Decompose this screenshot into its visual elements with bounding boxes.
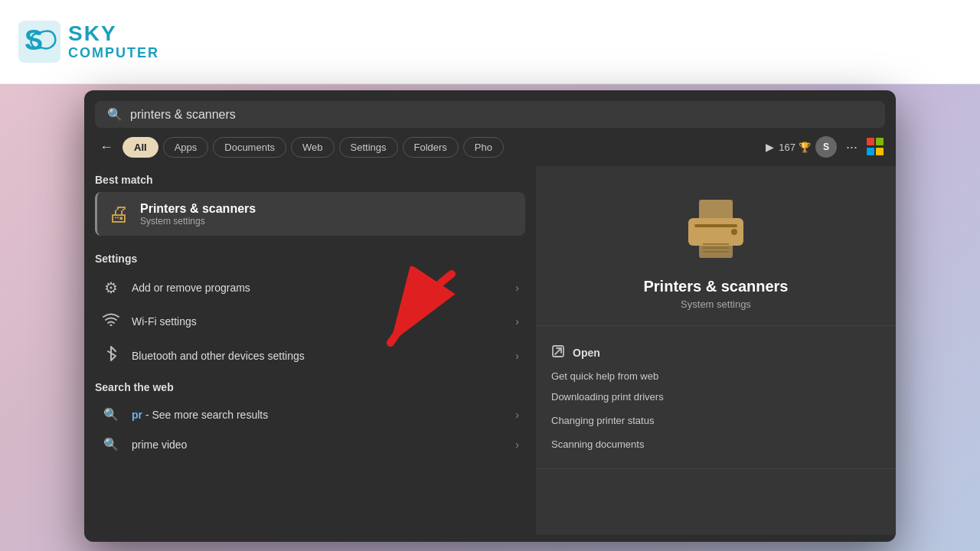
filter-tabs: ← All Apps Documents Web Settings Folder…	[84, 128, 896, 166]
best-match-title: Printers & scanners	[140, 202, 256, 216]
back-button[interactable]: ←	[95, 135, 118, 158]
tab-settings[interactable]: Settings	[339, 137, 398, 158]
tab-apps[interactable]: Apps	[163, 137, 209, 158]
svg-rect-5	[694, 224, 737, 227]
link-download-drivers[interactable]: Downloading print drivers	[551, 385, 880, 409]
search-bar[interactable]: 🔍 printers & scanners	[95, 101, 885, 128]
wifi-icon	[101, 312, 121, 330]
right-actions: Open Get quick help from web Downloading…	[536, 326, 896, 469]
svg-point-7	[731, 229, 737, 235]
link-scanning-documents[interactable]: Scanning documents	[551, 432, 880, 456]
trophy-icon: 🏆	[799, 142, 811, 153]
search-web-item-pr[interactable]: 🔍 pr - See more search results ›	[95, 399, 525, 429]
right-subtitle: System settings	[681, 298, 751, 310]
search-web-text-2: prime video	[132, 439, 505, 451]
top-bar: S SKY COMPUTER	[0, 0, 980, 84]
settings-item-add-remove[interactable]: ⚙ Add or remove programs ›	[95, 271, 525, 305]
user-avatar[interactable]: S	[815, 136, 837, 158]
tab-documents[interactable]: Documents	[213, 137, 286, 158]
chevron-right-icon-3: ›	[515, 350, 519, 362]
settings-section-title: Settings	[95, 245, 525, 271]
bluetooth-icon	[101, 345, 121, 366]
open-label: Open	[573, 347, 600, 359]
main-content: Best match 🖨 Printers & scanners System …	[84, 166, 896, 535]
tab-photos[interactable]: Pho	[463, 137, 504, 158]
search-input[interactable]: printers & scanners	[130, 108, 873, 122]
search-web-icon-1: 🔍	[101, 407, 121, 422]
chevron-right-icon: ›	[515, 282, 519, 294]
sky-computer-logo-icon: S	[18, 21, 60, 63]
best-match-text: Printers & scanners System settings	[140, 202, 256, 227]
windows-logo-icon[interactable]	[867, 138, 885, 156]
logo-text: SKY COMPUTER	[68, 22, 159, 61]
more-options-icon[interactable]: ···	[841, 138, 862, 157]
settings-item-label: Add or remove programs	[132, 282, 505, 294]
right-panel: Printers & scanners System settings Open	[536, 166, 896, 535]
settings-item-bluetooth[interactable]: Bluetooth and other devices settings ›	[95, 337, 525, 373]
settings-item-wifi-label: Wi-Fi settings	[132, 315, 505, 328]
search-web-item-prime[interactable]: 🔍 prime video ›	[95, 429, 525, 459]
search-icon: 🔍	[107, 107, 122, 122]
search-web-text-1: pr - See more search results	[132, 409, 505, 421]
tab-web[interactable]: Web	[291, 137, 335, 158]
chevron-right-icon-2: ›	[515, 315, 519, 328]
search-web-icon-2: 🔍	[101, 437, 121, 452]
chevron-right-icon-5: ›	[515, 439, 519, 451]
settings-item-bluetooth-label: Bluetooth and other devices settings	[132, 350, 505, 362]
settings-item-wifi[interactable]: Wi-Fi settings ›	[95, 305, 525, 337]
play-icon[interactable]: ▶	[766, 141, 774, 153]
link-printer-status[interactable]: Changing printer status	[551, 409, 880, 432]
best-match-section-title: Best match	[95, 166, 525, 192]
search-window: 🔍 printers & scanners ← All Apps Documen…	[84, 90, 896, 542]
svg-text:S: S	[24, 24, 43, 56]
quick-help-label: Get quick help from web	[551, 370, 658, 382]
left-panel: Best match 🖨 Printers & scanners System …	[84, 166, 536, 535]
svg-point-2	[110, 324, 113, 327]
search-web-section-title: Search the web	[95, 373, 525, 399]
best-match-subtitle: System settings	[140, 216, 256, 227]
right-title: Printers & scanners	[644, 278, 789, 295]
right-top: Printers & scanners System settings	[536, 166, 896, 326]
open-icon	[551, 344, 565, 361]
logo-container: S SKY COMPUTER	[18, 21, 159, 63]
logo-sky: SKY	[68, 22, 159, 46]
filter-count: 167 🏆	[779, 142, 811, 153]
quick-help-action[interactable]: Get quick help from web	[551, 367, 880, 385]
printer-icon-small: 🖨	[108, 201, 129, 227]
logo-computer: COMPUTER	[68, 46, 159, 61]
printer-icon-large	[678, 197, 754, 267]
add-remove-icon: ⚙	[101, 279, 121, 297]
best-match-item[interactable]: 🖨 Printers & scanners System settings	[95, 192, 525, 236]
chevron-right-icon-4: ›	[515, 409, 519, 421]
search-highlight-1: pr	[132, 409, 142, 421]
tab-folders[interactable]: Folders	[403, 137, 459, 158]
search-rest-1: - See more search results	[142, 409, 268, 421]
tab-all[interactable]: All	[122, 137, 158, 158]
open-action[interactable]: Open	[551, 338, 880, 367]
